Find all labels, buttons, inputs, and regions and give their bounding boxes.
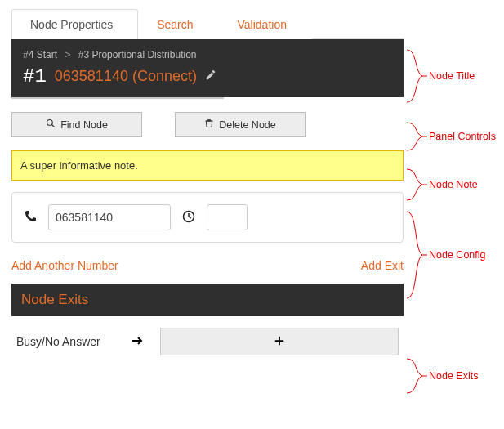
tab-validation[interactable]: Validation [219, 9, 312, 39]
node-config [11, 192, 404, 243]
annotation: Node Exits [406, 358, 478, 394]
pencil-icon[interactable] [205, 69, 216, 83]
annotation: Panel Controls [406, 122, 496, 151]
arrow-right-icon [131, 334, 144, 350]
exit-row: Busy/No Answer [11, 316, 404, 359]
phone-icon [24, 210, 37, 226]
annotation-label: Node Note [429, 179, 478, 190]
panel-controls: Find Node Delete Node [11, 112, 404, 137]
annotation: Node Config [406, 211, 486, 299]
delete-node-label: Delete Node [219, 119, 276, 131]
annotation: Node Title [406, 49, 475, 103]
note-text: A super informative note. [20, 159, 138, 172]
annotation-label: Node Exits [429, 370, 478, 382]
node-properties-panel: Node Properties Search Validation #4 Sta… [11, 8, 404, 359]
tab-properties[interactable]: Node Properties [11, 9, 138, 39]
node-hash: #1 [23, 65, 47, 87]
node-note[interactable]: A super informative note. [11, 150, 404, 181]
breadcrumb-item[interactable]: #4 Start [23, 49, 57, 60]
add-exit-target-button[interactable] [160, 328, 399, 355]
annotation-label: Panel Controls [429, 131, 496, 142]
node-exits-header: Node Exits [11, 284, 404, 316]
tab-search[interactable]: Search [138, 9, 218, 39]
svg-point-0 [47, 120, 53, 126]
clock-icon [182, 210, 195, 226]
trash-icon [204, 118, 214, 131]
phone-number-input[interactable] [48, 204, 171, 230]
svg-line-1 [52, 125, 55, 127]
divider [11, 97, 224, 99]
breadcrumb: #4 Start > #3 Proportional Distribution [23, 49, 392, 60]
config-links: Add Another Number Add Exit [11, 259, 404, 272]
tab-bar: Node Properties Search Validation [11, 8, 404, 39]
exit-label: Busy/No Answer [16, 335, 114, 348]
annotation: Node Note [406, 168, 478, 201]
plus-icon [274, 335, 285, 349]
node-name: 063581140 (Connect) [55, 68, 197, 85]
breadcrumb-separator: > [65, 49, 70, 60]
annotation-label: Node Config [429, 249, 486, 261]
node-title-block: #4 Start > #3 Proportional Distribution … [11, 39, 404, 97]
add-exit-link[interactable]: Add Exit [361, 259, 404, 272]
delete-node-button[interactable]: Delete Node [175, 112, 306, 137]
search-icon [46, 118, 56, 131]
add-number-link[interactable]: Add Another Number [11, 259, 118, 272]
breadcrumb-item[interactable]: #3 Proportional Distribution [78, 49, 197, 60]
annotation-label: Node Title [429, 70, 475, 82]
find-node-label: Find Node [60, 119, 108, 131]
find-node-button[interactable]: Find Node [11, 112, 142, 137]
duration-input[interactable] [207, 204, 248, 230]
